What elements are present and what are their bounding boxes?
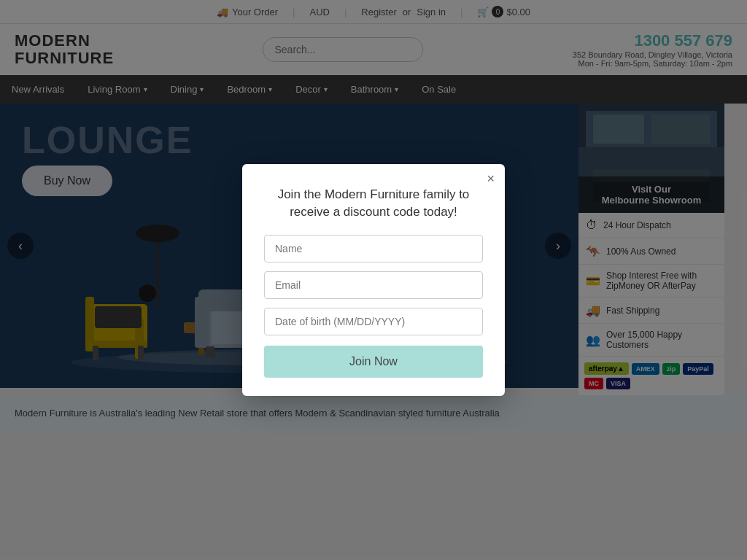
- modal-email-input[interactable]: [264, 271, 483, 299]
- signup-modal: × Join the Modern Furniture family to re…: [242, 164, 505, 397]
- modal-name-input[interactable]: [264, 235, 483, 262]
- modal-dob-input[interactable]: [264, 308, 483, 335]
- join-now-button[interactable]: Join Now: [264, 346, 483, 378]
- modal-title: Join the Modern Furniture family to rece…: [264, 186, 483, 221]
- modal-overlay: × Join the Modern Furniture family to re…: [0, 0, 747, 560]
- modal-close-button[interactable]: ×: [487, 171, 495, 187]
